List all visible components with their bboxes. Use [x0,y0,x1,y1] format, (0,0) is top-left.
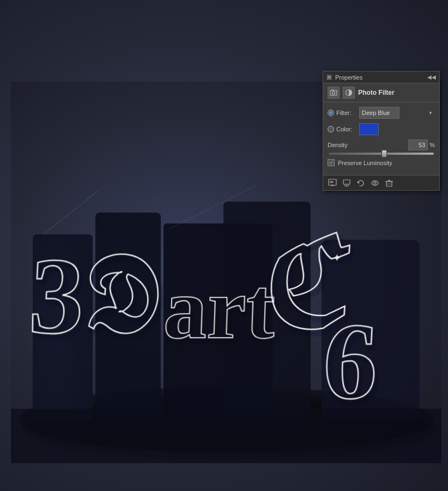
svg-text:3: 3 [27,235,88,356]
panel-header-title: Photo Filter [358,89,435,96]
delete-button[interactable] [383,178,395,189]
panel-collapse-button[interactable]: ◀◀ [427,74,436,80]
panel-toolbar [323,175,439,190]
panel-title: Properties [332,74,427,81]
density-label: Density [328,142,355,148]
svg-text:𝕯: 𝕯 [81,235,161,356]
density-slider-thumb[interactable] [382,150,387,157]
filter-row: Filter: Deep Blue [328,107,435,119]
density-slider-row [328,153,435,155]
svg-point-25 [374,182,376,184]
svg-text:6: 6 [320,301,381,421]
panel-close-button[interactable]: × [326,75,332,80]
layer-icon-button[interactable] [328,87,340,99]
svg-text:✦: ✦ [332,252,342,264]
color-radio-button[interactable] [328,126,334,132]
density-slider-track[interactable] [329,153,434,155]
density-unit: % [429,142,435,148]
color-swatch[interactable] [359,123,379,135]
preserve-luminosity-row: Preserve Luminosity [328,159,435,166]
properties-panel: × Properties ◀◀ Photo Filter [323,71,440,191]
svg-rect-15 [11,409,441,463]
reset-button[interactable] [355,178,367,189]
svg-rect-23 [343,180,350,184]
filter-select[interactable]: Deep Blue [359,107,399,119]
add-adjustment-button[interactable] [326,178,338,189]
panel-body: Filter: Deep Blue Color: Density % [323,102,439,175]
color-row: Color: [328,123,435,135]
svg-point-24 [372,181,378,185]
density-input[interactable] [408,140,428,150]
svg-rect-17 [330,90,337,95]
svg-point-18 [332,92,335,94]
panel-header: Photo Filter [323,83,439,102]
svg-rect-26 [386,181,392,186]
preserve-luminosity-label: Preserve Luminosity [338,160,392,166]
filter-radio-button[interactable] [328,110,334,116]
filter-label: Filter: [336,110,357,116]
clip-layer-button[interactable] [341,178,353,189]
adjustment-icon-button[interactable] [343,87,355,99]
filter-select-wrapper: Deep Blue [359,107,435,119]
panel-titlebar: × Properties ◀◀ [323,71,439,83]
color-label: Color: [336,126,357,132]
density-row: Density % [328,140,435,150]
preserve-luminosity-checkbox[interactable] [328,159,335,166]
svg-rect-19 [332,89,334,90]
visibility-toggle-button[interactable] [369,178,381,189]
